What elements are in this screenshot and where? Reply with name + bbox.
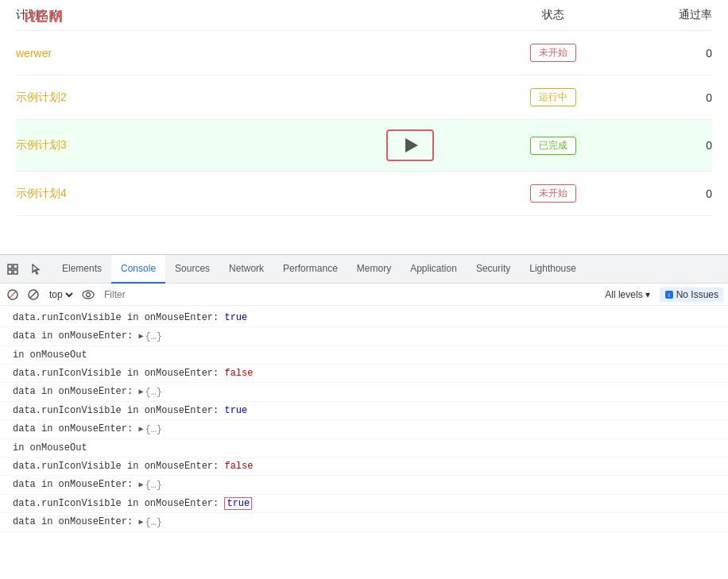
console-line: in onMouseOut (0, 439, 728, 457)
console-obj-label: {…} (145, 385, 162, 400)
console-expand-obj[interactable]: ▶{…} (138, 385, 162, 400)
console-line: data in onMouseEnter: ▶{…} (0, 513, 728, 532)
console-expand-obj[interactable]: ▶{…} (138, 515, 162, 530)
devtools-toolbar: top All levels ▾ i No Issues (0, 284, 728, 306)
context-selector[interactable]: top (46, 287, 76, 303)
row-rate: 0 (617, 47, 712, 60)
console-line: data in onMouseEnter: ▶{…} (0, 383, 728, 402)
status-badge: 已完成 (530, 137, 576, 155)
row-rate: 0 (617, 139, 712, 152)
console-line: data.runIconVisible in onMouseEnter: tru… (0, 402, 728, 420)
console-text: data in onMouseEnter: (13, 479, 138, 490)
tab-application[interactable]: Application (401, 255, 467, 284)
cursor-icon[interactable] (27, 260, 46, 279)
console-value-false: false (224, 368, 253, 379)
svg-marker-4 (33, 264, 39, 274)
block-icon[interactable] (25, 287, 41, 303)
table-row: 示例计划2 运行中 0 (16, 75, 712, 120)
console-text: data.runIconVisible in onMouseEnter: (13, 461, 224, 472)
inspect-icon[interactable] (3, 260, 22, 279)
console-text: in onMouseOut (13, 442, 87, 454)
status-badge: 运行中 (530, 88, 576, 106)
header-status: 状态 (490, 8, 617, 22)
console-obj-label: {…} (145, 330, 162, 344)
tab-memory[interactable]: Memory (347, 255, 401, 284)
status-badge: 未开始 (530, 44, 576, 62)
tab-lighthouse[interactable]: Lighthouse (520, 255, 586, 284)
console-line: data.runIconVisible in onMouseEnter: tru… (0, 309, 728, 327)
console-line: in onMouseOut (0, 346, 728, 365)
row-status: 未开始 (490, 184, 617, 203)
console-line: data in onMouseEnter: ▶{…} (0, 420, 728, 439)
console-value-true: true (224, 312, 247, 323)
svg-rect-0 (8, 264, 12, 268)
app-logo: itEM (24, 6, 64, 27)
row-plan-name: 示例计划3 (16, 138, 331, 152)
svg-point-10 (87, 292, 91, 296)
chevron-down-icon: ▾ (645, 289, 650, 300)
console-expand-obj[interactable]: ▶{…} (138, 423, 162, 437)
table-row: 示例计划3 已完成 0 (16, 120, 712, 172)
console-value-false: false (224, 461, 253, 472)
console-text: data.runIconVisible in onMouseEnter: (13, 405, 224, 416)
console-text: data in onMouseEnter: (13, 330, 138, 342)
console-line: data.runIconVisible in onMouseEnter: fal… (0, 365, 728, 383)
row-status: 运行中 (490, 88, 617, 106)
console-value-true-highlighted: true (224, 497, 252, 510)
tab-console[interactable]: Console (111, 255, 165, 284)
issues-label: No Issues (676, 289, 718, 300)
console-obj-label: {…} (145, 478, 162, 492)
table-header: 计划名称 状态 通过率 (16, 0, 712, 31)
console-line: data in onMouseEnter: ▶{…} (0, 327, 728, 346)
table-row: werwer 未开始 0 (16, 31, 712, 75)
svg-text:i: i (668, 291, 670, 299)
tab-network[interactable]: Network (219, 255, 273, 284)
row-plan-name: 示例计划4 (16, 187, 331, 201)
svg-line-6 (10, 291, 16, 298)
row-rate: 0 (617, 187, 712, 200)
devtools-tab-icons (3, 260, 46, 279)
clear-console-button[interactable] (5, 287, 21, 303)
triangle-icon: ▶ (138, 515, 143, 530)
tab-security[interactable]: Security (467, 255, 520, 284)
tab-sources[interactable]: Sources (165, 255, 219, 284)
svg-rect-1 (14, 264, 17, 268)
console-output: data.runIconVisible in onMouseEnter: tru… (0, 306, 728, 579)
log-levels-button[interactable]: All levels ▾ (600, 288, 654, 302)
console-value-true: true (224, 405, 247, 416)
console-expand-obj[interactable]: ▶{…} (138, 330, 162, 344)
svg-rect-3 (14, 270, 17, 274)
header-name: 计划名称 (16, 8, 490, 22)
console-line: data in onMouseEnter: ▶{…} (0, 476, 728, 495)
play-button[interactable] (386, 129, 434, 161)
triangle-icon: ▶ (138, 330, 143, 344)
devtools-panel: Elements Console Sources Network Perform… (0, 254, 728, 579)
svg-line-8 (30, 291, 37, 298)
console-obj-label: {…} (145, 423, 162, 437)
plan-table: 计划名称 状态 通过率 werwer 未开始 0 示例计划2 运行中 0 示例计… (0, 0, 728, 254)
console-text: data.runIconVisible in onMouseEnter: (13, 368, 224, 379)
eye-icon[interactable] (80, 287, 96, 303)
levels-label: All levels (605, 289, 642, 300)
tab-performance[interactable]: Performance (273, 255, 347, 284)
row-status: 未开始 (490, 44, 617, 62)
console-text: in onMouseOut (13, 349, 87, 361)
triangle-icon: ▶ (138, 385, 143, 400)
console-line: data.runIconVisible in onMouseEnter: tru… (0, 495, 728, 513)
console-text: data in onMouseEnter: (13, 423, 138, 434)
header-rate: 通过率 (617, 8, 712, 22)
devtools-tabs: Elements Console Sources Network Perform… (0, 255, 728, 284)
console-expand-obj[interactable]: ▶{…} (138, 478, 162, 492)
console-obj-label: {…} (145, 515, 162, 530)
row-play-area (331, 129, 490, 161)
svg-point-9 (83, 291, 94, 299)
table-row: 示例计划4 未开始 0 (16, 172, 712, 216)
console-line: data.runIconVisible in onMouseEnter: fal… (0, 457, 728, 476)
console-text: data.runIconVisible in onMouseEnter: (13, 312, 224, 323)
filter-input[interactable] (101, 287, 595, 303)
tab-elements[interactable]: Elements (52, 255, 111, 284)
status-badge: 未开始 (530, 184, 576, 203)
row-plan-name: werwer (16, 47, 331, 60)
row-plan-name: 示例计划2 (16, 91, 331, 105)
issues-button[interactable]: i No Issues (660, 288, 723, 302)
